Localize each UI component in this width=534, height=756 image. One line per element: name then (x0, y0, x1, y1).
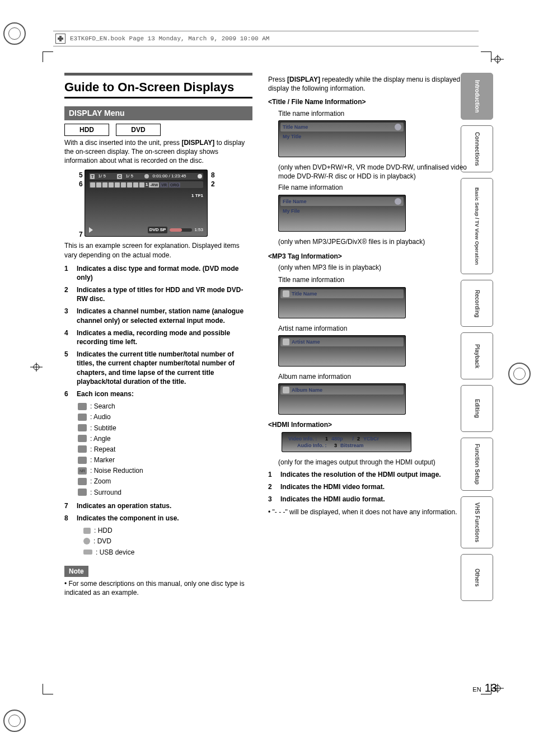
file-note: (only when MP3/JPEG/DivX® files is in pl… (278, 237, 473, 246)
disc-icon (395, 198, 401, 205)
callout-8: 8 (211, 171, 215, 180)
file-name-panel: File Name My File (278, 195, 406, 232)
title-note: (only when DVD+RW/+R, VR mode DVD-RW, un… (278, 163, 473, 181)
intro-text: With a disc inserted into the unit, pres… (64, 138, 252, 166)
tab-vhs-functions[interactable]: VHS Functions (461, 496, 493, 548)
side-tabs: Introduction Connections Basic Setup / T… (461, 73, 493, 601)
callout-5: 5 (79, 171, 83, 180)
tab-editing[interactable]: Editing (461, 385, 493, 432)
tab-playback[interactable]: Playback (461, 332, 493, 379)
audio-icon (78, 414, 87, 421)
callout-6: 6 (79, 180, 83, 189)
angle-icon (78, 435, 87, 442)
title-name-panel: Title Name My Title (278, 120, 406, 157)
repeat-icon (78, 445, 87, 453)
hdmi-panel: Video Info. : 1480p /2YCbCr Audio Info. … (282, 432, 411, 452)
file-info-label: File name information (278, 183, 473, 192)
subtitle-icon (78, 424, 87, 431)
mp3-title-panel: Title Name (278, 287, 406, 318)
person-icon (283, 339, 289, 345)
right-column: Press [DISPLAY] repeatedly while the dis… (268, 73, 473, 602)
component-icon-list: : HDD : DVD : USB device (83, 526, 252, 557)
surround-icon (78, 489, 87, 496)
registration-bar-icon (30, 363, 43, 372)
tab-function-setup[interactable]: Function Setup (461, 438, 493, 491)
section-hdmi: <HDMI Information> (268, 420, 473, 429)
crop-mark-icon (481, 51, 491, 62)
right-intro: Press [DISPLAY] repeatedly while the dis… (268, 75, 473, 93)
note-text: • For some descriptions on this manual, … (64, 579, 252, 597)
mp3-album-panel: Album Name (278, 383, 406, 415)
crop-target-icon (3, 710, 26, 732)
display-legend-list-2: 7Indicates an operation status. 8Indicat… (64, 501, 252, 523)
disc-icon (395, 124, 401, 130)
section-heading: DISPLAY Menu (64, 106, 252, 120)
callout-7: 7 (79, 230, 83, 239)
music-note-icon (283, 290, 289, 297)
tab-introduction[interactable]: Introduction (461, 73, 493, 120)
hdmi-legend-list: 1Indicates the resolution of the HDMI ou… (268, 470, 473, 504)
section-mp3: <MP3 Tag Information> (268, 252, 473, 261)
search-icon (78, 403, 87, 410)
section-title-file: <Title / File Name Information> (268, 97, 473, 106)
hdd-icon (83, 528, 91, 534)
note-label: Note (64, 566, 88, 577)
dvd-icon (83, 538, 90, 544)
crop-target-icon (508, 363, 531, 385)
dvd-badge: DVD (116, 124, 161, 136)
craft-header: E3TK0FD_EN.book Page 13 Monday, March 9,… (53, 31, 479, 46)
osd-caption: This is an example screen for explanatio… (64, 241, 252, 259)
album-icon (283, 387, 289, 393)
craft-header-text: E3TK0FD_EN.book Page 13 Monday, March 9,… (70, 35, 269, 43)
mp3-artist-panel: Artist Name (278, 335, 406, 367)
tab-connections[interactable]: Connections (461, 125, 493, 172)
tab-others[interactable]: Others (461, 554, 493, 601)
zoom-icon (78, 478, 87, 485)
osd-example-screen: T 1/ 5 C 1/ 5 0:01:00 / 1:23:45 1 -RW VR… (85, 170, 208, 237)
hdmi-note: (only for the images output through the … (278, 458, 473, 467)
hdmi-bullet: • "- - -" will be displayed, when it doe… (268, 508, 473, 516)
left-column: Guide to On-Screen Displays DISPLAY Menu… (64, 73, 252, 602)
title-info-label: Title name information (278, 109, 473, 118)
book-icon (55, 34, 65, 44)
marker-icon (78, 457, 87, 464)
page-content: Guide to On-Screen Displays DISPLAY Menu… (64, 73, 473, 602)
hdd-badge: HDD (64, 124, 109, 136)
display-legend-list: 1Indicates a disc type and format mode. … (64, 264, 252, 398)
tab-basic-setup[interactable]: Basic Setup / TV View Operation (461, 178, 493, 274)
usb-icon (83, 550, 92, 555)
play-icon (89, 227, 93, 233)
crop-mark-icon (43, 684, 53, 694)
mp3-note: (only when MP3 file is in playback) (278, 263, 473, 272)
mp3-artist-label: Artist name information (278, 324, 473, 333)
tab-recording[interactable]: Recording (461, 280, 493, 327)
noise-reduction-icon: NR (78, 467, 87, 475)
mp3-album-label: Album name information (278, 372, 473, 381)
icon-legend-list: : Search : Audio : Subtitle : Angle : Re… (78, 402, 252, 497)
page-title: Guide to On-Screen Displays (64, 73, 252, 98)
crop-mark-icon (43, 51, 53, 62)
mp3-title-label: Title name information (278, 275, 473, 284)
callout-2: 2 (211, 180, 215, 189)
crop-target-icon (3, 22, 26, 45)
page-number: EN 13 (472, 680, 497, 696)
registration-bar-icon (491, 55, 504, 64)
